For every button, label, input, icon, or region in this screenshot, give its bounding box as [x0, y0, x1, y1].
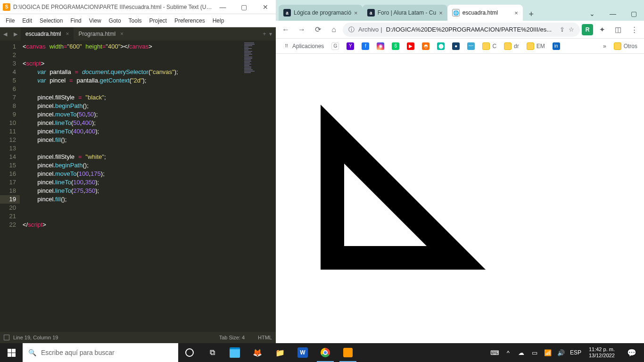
folder-icon	[614, 42, 621, 50]
system-tray: ⌨ ^ ☁ ▭ 📶 🔊 ESP 11:42 p. m. 13/12/2022 💬	[488, 343, 644, 362]
status-syntax[interactable]: HTML	[258, 335, 272, 340]
bookmark-youtube[interactable]: ▶	[404, 41, 417, 51]
close-button[interactable]: ✕	[255, 0, 276, 14]
browser-tab-escuadra[interactable]: 🌐 escuadra.html ×	[447, 5, 523, 21]
menu-selection[interactable]: Selection	[36, 16, 66, 26]
editor-tab-escuadra[interactable]: escuadra.html ×	[21, 27, 74, 41]
bookmark-star-icon[interactable]: ☆	[569, 26, 574, 33]
tab-label: Programa.html	[78, 31, 116, 37]
new-tab-icon[interactable]: +	[263, 31, 266, 37]
sublime-taskbar[interactable]	[337, 343, 359, 362]
new-tab-button[interactable]: +	[525, 8, 538, 21]
menu-view[interactable]: View	[85, 16, 105, 26]
instagram-icon: ◉	[377, 42, 384, 50]
bookmark-fire[interactable]: ◓	[419, 41, 432, 51]
forward-button[interactable]: →	[295, 23, 309, 37]
nav-fwd-icon[interactable]: ▶	[11, 30, 20, 38]
line-gutter[interactable]: 12345678910111213141516171819202122	[0, 41, 20, 332]
extensions-puzzle-icon[interactable]: ✦	[595, 23, 609, 37]
maximize-button[interactable]: ▢	[623, 7, 644, 21]
bookmark-dark[interactable]: ●	[449, 41, 462, 51]
tray-battery-icon[interactable]: ▭	[530, 349, 539, 356]
tab-close-icon[interactable]: ×	[66, 31, 69, 37]
bookmark-instagram[interactable]: ◉	[374, 41, 387, 51]
editor-tab-programa[interactable]: Programa.html ×	[74, 27, 128, 41]
bookmark-facebook[interactable]: f	[359, 41, 372, 51]
sublime-logo-icon: S	[3, 3, 10, 11]
bookmarks-overflow[interactable]: »	[600, 41, 609, 51]
site-info-icon[interactable]: ⓘ	[348, 25, 355, 34]
sublime-window: S D:\IOGICA DE PROGRAMACION\PARTE III\es…	[0, 0, 276, 343]
code-editor[interactable]: <canvas width="600" height="400"></canva…	[20, 41, 243, 332]
firefox-taskbar[interactable]: 🦊	[246, 343, 269, 362]
tab-menu-icon[interactable]: ▾	[269, 31, 272, 37]
status-panel-icon[interactable]	[4, 335, 9, 340]
tab-close-icon[interactable]: ×	[120, 31, 124, 37]
escuadra-canvas	[297, 81, 580, 270]
tray-volume-icon[interactable]: 🔊	[557, 349, 565, 356]
tab-close-icon[interactable]: ×	[439, 9, 443, 16]
action-center-button[interactable]: 💬	[622, 343, 641, 362]
word-icon: W	[297, 347, 308, 358]
browser-tab-logica[interactable]: a Lógica de programació ×	[279, 5, 363, 21]
nav-back-icon[interactable]: ◀	[1, 30, 9, 38]
reload-button[interactable]: ⟳	[311, 23, 325, 37]
folder-icon: 📁	[275, 348, 285, 357]
sublime-titlebar[interactable]: S D:\IOGICA DE PROGRAMACION\PARTE III\es…	[0, 0, 276, 14]
bookmark-green[interactable]: 6	[389, 41, 402, 51]
tray-clock[interactable]: 11:42 p. m. 13/12/2022	[586, 346, 618, 359]
sublime-tabbar: ◀ ▶ escuadra.html × Programa.html × + ▾	[0, 27, 276, 41]
chrome-taskbar[interactable]	[314, 343, 337, 362]
menu-project[interactable]: Project	[146, 16, 171, 26]
apps-shortcut[interactable]: ⠿ Aplicaciones	[280, 41, 327, 51]
bookmark-yahoo[interactable]: Y	[344, 41, 357, 51]
chrome-toolbar: ← → ⟳ ⌂ ⓘ Archivo | D:/IOGICA%20DE%20PRO…	[276, 21, 644, 39]
bookmark-wave[interactable]: 〰	[464, 41, 478, 51]
tab-close-icon[interactable]: ×	[514, 9, 518, 16]
menu-preferences[interactable]: Preferences	[171, 16, 209, 26]
start-button[interactable]	[0, 343, 23, 362]
bookmark-linkedin[interactable]: in	[550, 41, 563, 51]
page-viewport[interactable]	[276, 54, 644, 343]
minimap[interactable]	[243, 41, 276, 332]
browser-tab-foro[interactable]: a Foro | Alura Latam - Cu ×	[363, 5, 447, 21]
menu-tools[interactable]: Tools	[125, 16, 146, 26]
tray-onedrive-icon[interactable]: ☁	[517, 349, 526, 356]
tab-close-icon[interactable]: ×	[354, 9, 358, 16]
task-view-button[interactable]: ⧉	[201, 343, 223, 362]
tab-search-icon[interactable]: ⌄	[582, 7, 603, 21]
maximize-button[interactable]: ▢	[233, 0, 255, 14]
back-button[interactable]: ←	[279, 23, 293, 37]
bookmark-google[interactable]: G	[329, 41, 342, 51]
bookmark-folder-em[interactable]: EM	[524, 41, 548, 51]
minimize-button[interactable]: —	[212, 0, 233, 14]
tray-overflow-icon[interactable]: ^	[504, 349, 512, 356]
bookmark-teal[interactable]: ⬤	[434, 41, 447, 51]
cortana-button[interactable]	[178, 343, 201, 362]
menu-edit[interactable]: Edit	[18, 16, 36, 26]
tray-keyboard-icon[interactable]: ⌨	[491, 349, 499, 356]
explorer-taskbar[interactable]: 📁	[269, 343, 291, 362]
status-cursor: Line 19, Column 19	[13, 335, 58, 340]
bookmark-folder-c[interactable]: C	[479, 41, 499, 51]
tray-wifi-icon[interactable]: 📶	[544, 349, 552, 356]
share-icon[interactable]: ⇪	[560, 26, 565, 33]
url-scheme-chip: Archivo |	[358, 26, 382, 33]
address-bar[interactable]: ⓘ Archivo | D:/IOGICA%20DE%20PROGRAMACIO…	[343, 23, 580, 37]
menu-file[interactable]: File	[2, 16, 18, 26]
menu-help[interactable]: Help	[209, 16, 228, 26]
tray-language[interactable]: ESP	[570, 349, 581, 356]
status-tabsize[interactable]: Tab Size: 4	[219, 335, 245, 340]
minimize-button[interactable]: —	[603, 7, 623, 21]
home-button[interactable]: ⌂	[327, 23, 341, 37]
menu-find[interactable]: Find	[66, 16, 85, 26]
bookmark-folder-dr[interactable]: dr	[501, 41, 522, 51]
word-taskbar[interactable]: W	[291, 343, 314, 362]
extension-r-icon[interactable]: R	[582, 24, 593, 35]
side-panel-icon[interactable]: ◫	[611, 23, 625, 37]
taskbar-search[interactable]: 🔍 Escribe aquí para buscar	[23, 343, 178, 362]
menu-goto[interactable]: Goto	[105, 16, 125, 26]
chrome-menu-icon[interactable]: ⋮	[627, 23, 641, 37]
other-bookmarks[interactable]: Otros	[611, 41, 640, 51]
notepad-taskbar[interactable]	[223, 343, 246, 362]
